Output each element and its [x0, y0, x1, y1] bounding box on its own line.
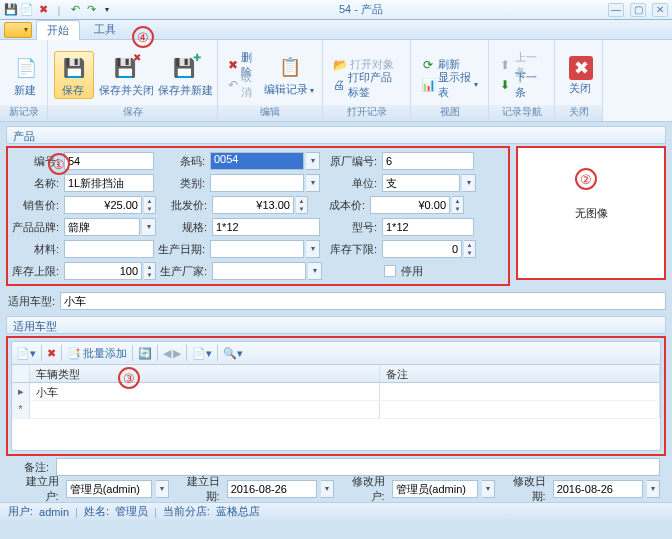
image-preview-box[interactable]: 无图像 [516, 146, 666, 280]
menu-row: ▾ 开始 工具 [0, 20, 672, 40]
close-button[interactable]: ✖关闭 [561, 56, 601, 94]
close-window-button[interactable]: ✕ [652, 3, 668, 17]
label-disabled: 停用 [401, 264, 423, 279]
costprice-spinner[interactable]: ▲▼ [452, 196, 464, 214]
tb-delete-icon[interactable]: ✖ [47, 347, 56, 360]
group-openrecord: 打开记录 [323, 105, 410, 121]
unit-dropdown[interactable]: ▾ [462, 174, 476, 192]
qat-dropdown-icon[interactable]: ▾ [100, 3, 114, 17]
createdate-dd[interactable]: ▾ [321, 480, 334, 498]
input-unit[interactable] [382, 174, 460, 192]
print-label-button[interactable]: 🖨打印产品标签 [329, 75, 404, 95]
tab-start[interactable]: 开始 [36, 20, 80, 40]
maximize-button[interactable]: ▢ [630, 3, 646, 17]
input-name[interactable] [64, 174, 154, 192]
label-material: 材料: [10, 242, 62, 257]
tb-refresh-icon[interactable]: 🔄 [138, 347, 152, 360]
input-createdate[interactable] [227, 480, 317, 498]
input-brand[interactable] [64, 218, 140, 236]
grid-header-remark[interactable]: 备注 [380, 365, 660, 382]
label-wholeprice: 批发价: [158, 198, 210, 213]
input-saleprice[interactable] [64, 196, 142, 214]
next-record-button[interactable]: ⬇下一条 [495, 75, 548, 95]
brand-dropdown[interactable]: ▾ [142, 218, 156, 236]
tb-next-icon[interactable]: ▶ [173, 347, 181, 360]
save-icon: 💾 [60, 54, 88, 82]
modifydate-dd[interactable]: ▾ [647, 480, 660, 498]
label-remark: 备注: [12, 460, 52, 475]
qat-undo-icon[interactable]: ↶ [68, 3, 82, 17]
label-spec: 规格: [158, 220, 210, 235]
input-applycar[interactable] [60, 292, 666, 310]
qat-sep: | [52, 3, 66, 17]
tb-new-icon[interactable]: 📄▾ [16, 347, 36, 360]
label-category: 类别: [156, 176, 208, 191]
tb-copy-icon[interactable]: 📄▾ [192, 347, 212, 360]
cancel-button[interactable]: ↶取消 [224, 75, 260, 95]
input-category[interactable] [210, 174, 304, 192]
tb-batch-add-button[interactable]: 📑 批量添加 [67, 346, 127, 361]
factory-dropdown[interactable]: ▾ [308, 262, 322, 280]
status-branch-l: 当前分店: [163, 504, 210, 519]
grid-row-new[interactable]: * [12, 401, 660, 419]
qat-save-icon[interactable]: 💾 [4, 3, 18, 17]
input-model[interactable] [382, 218, 474, 236]
label-stocklow: 库存下限: [322, 242, 380, 257]
qat-close-icon[interactable]: ✖ [36, 3, 50, 17]
save-new-button[interactable]: 💾✚保存并新建 [157, 54, 212, 96]
input-wholeprice[interactable] [212, 196, 294, 214]
input-stocklow[interactable] [382, 240, 462, 258]
grid-toolbar: 📄▾ ✖ 📑 批量添加 🔄 ◀ ▶ 📄▾ 🔍▾ [11, 341, 661, 365]
new-button[interactable]: 📄新建 [6, 54, 46, 96]
label-factory: 生产厂家: [158, 264, 210, 279]
input-createuser[interactable] [66, 480, 152, 498]
saleprice-spinner[interactable]: ▲▼ [144, 196, 156, 214]
input-mfrno[interactable] [382, 152, 474, 170]
show-report-button[interactable]: 📊显示报表 ▾ [417, 75, 482, 95]
group-newrecord: 新记录 [0, 105, 47, 121]
input-spec[interactable] [212, 218, 320, 236]
qat-saveall-icon[interactable]: 📄 [20, 3, 34, 17]
grid-header-type[interactable]: 车辆类型 [30, 365, 380, 382]
status-bar: 用户:admin| 姓名:管理员| 当前分店:蓝格总店 [0, 502, 672, 520]
tb-prev-icon[interactable]: ◀ [163, 347, 171, 360]
no-image-text: 无图像 [575, 206, 608, 221]
input-modifydate[interactable] [553, 480, 643, 498]
input-factory[interactable] [212, 262, 306, 280]
save-close-button[interactable]: 💾✖保存并关闭 [98, 54, 153, 96]
wholeprice-spinner[interactable]: ▲▼ [296, 196, 308, 214]
label-saleprice: 销售价: [10, 198, 62, 213]
proddate-dropdown[interactable]: ▾ [306, 240, 320, 258]
vehicle-grid: 车辆类型 备注 ▸小车 * [11, 365, 661, 451]
label-code: 编号: [10, 154, 62, 169]
modifyuser-dd[interactable]: ▾ [482, 480, 495, 498]
qat-redo-icon[interactable]: ↷ [84, 3, 98, 17]
app-menu-button[interactable]: ▾ [4, 22, 32, 38]
minimize-button[interactable]: — [608, 3, 624, 17]
grid-row[interactable]: ▸小车 [12, 383, 660, 401]
checkbox-disabled[interactable] [384, 265, 396, 277]
tab-tools[interactable]: 工具 [84, 20, 126, 39]
edit-record-button[interactable]: 📋编辑记录 ▾ [264, 53, 316, 97]
input-code[interactable] [64, 152, 154, 170]
input-stockup[interactable] [64, 262, 142, 280]
save-close-icon: 💾✖ [111, 54, 139, 82]
open-icon: 📂 [333, 58, 347, 72]
save-new-icon: 💾✚ [170, 54, 198, 82]
input-modifyuser[interactable] [392, 480, 478, 498]
input-proddate[interactable] [210, 240, 304, 258]
tb-search-icon[interactable]: 🔍▾ [223, 347, 243, 360]
input-costprice[interactable] [370, 196, 450, 214]
input-barcode[interactable]: 0054 [210, 152, 304, 170]
input-material[interactable] [64, 240, 154, 258]
save-button[interactable]: 💾保存 [54, 51, 94, 99]
label-stockup: 库存上限: [10, 264, 62, 279]
refresh-icon: ⟳ [421, 58, 435, 72]
createuser-dd[interactable]: ▾ [156, 480, 169, 498]
category-dropdown[interactable]: ▾ [306, 174, 320, 192]
label-brand: 产品品牌: [10, 220, 62, 235]
stocklow-spinner[interactable]: ▲▼ [464, 240, 476, 258]
barcode-dropdown[interactable]: ▾ [306, 152, 320, 170]
status-name-v: 管理员 [115, 504, 148, 519]
stockup-spinner[interactable]: ▲▼ [144, 262, 156, 280]
